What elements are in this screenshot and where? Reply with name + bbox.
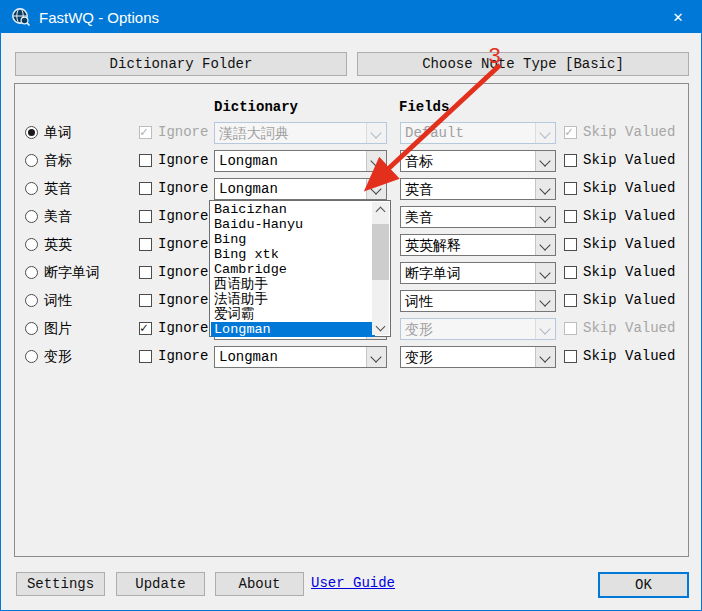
ignore-label: Ignore (158, 320, 208, 336)
fields-combobox-value: 英英解释 (405, 237, 461, 255)
dropdown-item[interactable]: Bing xtk (211, 247, 375, 262)
dropdown-item[interactable]: Baidu-Hanyu (211, 217, 375, 232)
skip-valued-label: Skip Valued (583, 236, 675, 252)
radio-button[interactable] (25, 182, 38, 195)
dictionary-combobox[interactable]: Longman (214, 346, 387, 368)
checkmark-icon: ✓ (140, 124, 148, 140)
ignore-label: Ignore (158, 208, 208, 224)
ignore-label: Ignore (158, 236, 208, 252)
dropdown-item[interactable]: 法语助手 (211, 292, 375, 307)
dictionary-combobox-value: Longman (219, 153, 278, 169)
dictionary-combobox[interactable]: 漢語大詞典 (214, 122, 387, 144)
row-label: 美音 (44, 208, 72, 226)
fields-combobox[interactable]: 变形 (400, 318, 556, 340)
dropdown-item[interactable]: 西语助手 (211, 277, 375, 292)
fields-combobox-value: 英音 (405, 181, 433, 199)
fields-combobox[interactable]: 断字单词 (400, 262, 556, 284)
fields-combobox-value: Default (405, 125, 464, 141)
dictionary-combobox-value: Longman (219, 181, 278, 197)
close-button[interactable]: ✕ (655, 1, 701, 33)
dictionary-combobox-value: Longman (219, 349, 278, 365)
ignore-label: Ignore (158, 180, 208, 196)
ignore-label: Ignore (158, 152, 208, 168)
ignore-checkbox[interactable] (139, 154, 152, 167)
skip-valued-checkbox[interactable] (564, 294, 577, 307)
row-label: 单词 (44, 124, 72, 142)
radio-button[interactable] (25, 350, 38, 363)
checkmark-icon: ✓ (140, 320, 148, 336)
fields-combobox-value: 变形 (405, 321, 433, 339)
title-bar: FastWQ - Options ✕ (1, 1, 701, 33)
fields-combobox[interactable]: 词性 (400, 290, 556, 312)
fields-combobox[interactable]: 美音 (400, 206, 556, 228)
skip-valued-checkbox[interactable] (564, 154, 577, 167)
scrollbar-up-button[interactable] (372, 202, 389, 218)
ignore-checkbox[interactable] (139, 238, 152, 251)
radio-button[interactable] (25, 210, 38, 223)
dropdown-scrollbar[interactable] (372, 202, 389, 335)
skip-valued-label: Skip Valued (583, 208, 675, 224)
dictionary-combobox[interactable]: Longman (214, 178, 387, 200)
ok-button[interactable]: OK (598, 572, 689, 598)
skip-valued-label: Skip Valued (583, 180, 675, 196)
fields-column-header: Fields (399, 99, 449, 115)
radio-button[interactable] (25, 154, 38, 167)
scrollbar-thumb[interactable] (372, 224, 389, 280)
dropdown-item[interactable]: Longman (211, 322, 375, 337)
ignore-checkbox[interactable]: ✓ (139, 322, 152, 335)
chevron-down-icon (376, 322, 386, 332)
ignore-label: Ignore (158, 348, 208, 364)
ignore-checkbox[interactable] (139, 294, 152, 307)
fields-combobox[interactable]: 音标 (400, 150, 556, 172)
ignore-checkbox[interactable]: ✓ (139, 126, 152, 139)
fields-combobox[interactable]: Default (400, 122, 556, 144)
skip-valued-checkbox[interactable] (564, 182, 577, 195)
skip-valued-label: Skip Valued (583, 264, 675, 280)
ignore-checkbox[interactable] (139, 210, 152, 223)
dropdown-item[interactable]: Baicizhan (211, 202, 375, 217)
fastwq-globe-icon (11, 7, 31, 27)
row-label: 音标 (44, 152, 72, 170)
fields-combobox-value: 美音 (405, 209, 433, 227)
skip-valued-checkbox[interactable] (564, 266, 577, 279)
fields-combobox[interactable]: 英音 (400, 178, 556, 200)
radio-button[interactable] (25, 126, 38, 139)
scrollbar-down-button[interactable] (372, 319, 389, 335)
update-button[interactable]: Update (116, 572, 205, 596)
choose-note-type-button[interactable]: Choose Note Type [Basic] (357, 52, 689, 76)
ignore-checkbox[interactable] (139, 182, 152, 195)
row-label: 图片 (44, 320, 72, 338)
fields-combobox[interactable]: 变形 (400, 346, 556, 368)
user-guide-link[interactable]: User Guide (311, 575, 395, 591)
fields-combobox-value: 变形 (405, 349, 433, 367)
skip-valued-checkbox[interactable] (564, 350, 577, 363)
fields-combobox[interactable]: 英英解释 (400, 234, 556, 256)
radio-button[interactable] (25, 322, 38, 335)
skip-valued-checkbox[interactable] (564, 322, 577, 335)
skip-valued-label: Skip Valued (583, 292, 675, 308)
dropdown-item[interactable]: Bing (211, 232, 375, 247)
dictionary-folder-button[interactable]: Dictionary Folder (15, 52, 347, 76)
fields-combobox-value: 音标 (405, 153, 433, 171)
skip-valued-label: Skip Valued (583, 152, 675, 168)
radio-button[interactable] (25, 266, 38, 279)
settings-button[interactable]: Settings (16, 572, 105, 596)
skip-valued-label: Skip Valued (583, 320, 675, 336)
dictionary-column-header: Dictionary (214, 99, 298, 115)
row-label: 英音 (44, 180, 72, 198)
dropdown-item[interactable]: 爱词霸 (211, 307, 375, 322)
row-label: 英英 (44, 236, 72, 254)
ignore-checkbox[interactable] (139, 266, 152, 279)
dropdown-item[interactable]: Cambridge (211, 262, 375, 277)
annotation-step-number: 3 (488, 45, 501, 70)
radio-button[interactable] (25, 238, 38, 251)
dictionary-combobox[interactable]: Longman (214, 150, 387, 172)
skip-valued-checkbox[interactable] (564, 210, 577, 223)
ignore-checkbox[interactable] (139, 350, 152, 363)
radio-button[interactable] (25, 294, 38, 307)
about-button[interactable]: About (215, 572, 304, 596)
skip-valued-checkbox[interactable] (564, 238, 577, 251)
skip-valued-checkbox[interactable]: ✓ (564, 126, 577, 139)
dictionary-combobox-value: 漢語大詞典 (219, 125, 289, 143)
dictionary-dropdown-list: BaicizhanBaidu-HanyuBingBing xtkCambridg… (209, 200, 391, 337)
